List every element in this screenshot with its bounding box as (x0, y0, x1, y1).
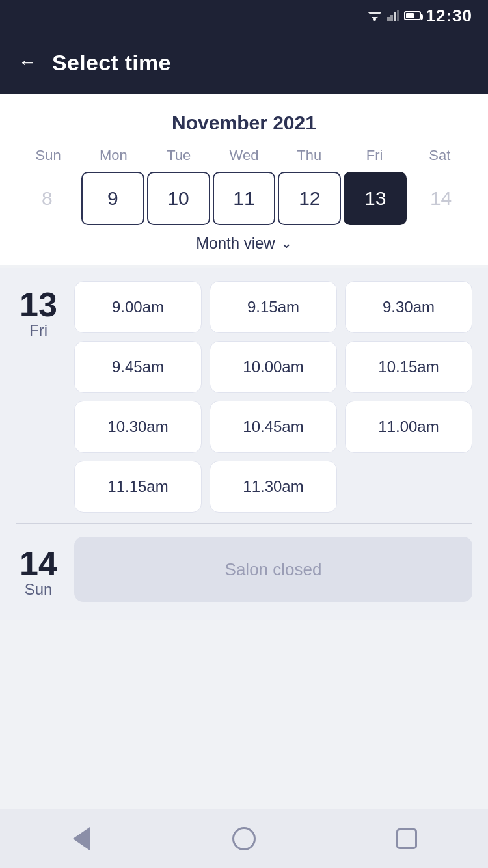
month-year: November 2021 (16, 112, 472, 134)
svg-rect-4 (387, 17, 390, 21)
slot-9-45am[interactable]: 9.45am (74, 341, 202, 393)
svg-rect-5 (390, 15, 393, 21)
slots-grid-13: 9.00am 9.15am 9.30am 9.45am 10.00am 10.1… (74, 281, 472, 513)
day-14-number: 14 (20, 547, 57, 580)
bottom-nav (0, 809, 488, 868)
slot-9-30am[interactable]: 9.30am (345, 281, 472, 333)
wifi-icon (368, 10, 382, 21)
svg-rect-6 (394, 12, 396, 21)
weekday-sat: Sat (407, 147, 472, 164)
month-view-toggle[interactable]: Month view ⌄ (16, 225, 472, 255)
day-14-block: 14 Sun Salon closed (16, 532, 472, 607)
weekday-mon: Mon (81, 147, 146, 164)
day-13-block: 13 Fri 9.00am 9.15am 9.30am 9.45am 10.00… (16, 281, 472, 513)
day-11[interactable]: 11 (213, 172, 276, 225)
slot-11-15am[interactable]: 11.15am (74, 461, 202, 513)
status-time: 12:30 (426, 6, 473, 26)
weekday-fri: Fri (342, 147, 407, 164)
nav-recents-button[interactable] (384, 816, 429, 861)
day-12[interactable]: 12 (278, 172, 341, 225)
slot-10-30am[interactable]: 10.30am (74, 401, 202, 453)
day-14[interactable]: 14 (409, 172, 472, 225)
section-divider (16, 523, 472, 524)
slot-10-00am[interactable]: 10.00am (210, 341, 337, 393)
svg-point-3 (373, 18, 376, 21)
month-view-label: Month view (196, 234, 275, 252)
page-title: Select time (52, 50, 171, 75)
status-icons: 12:30 (368, 6, 473, 26)
signal-icon (387, 10, 399, 21)
weekday-tue: Tue (146, 147, 211, 164)
chevron-down-icon: ⌄ (280, 235, 292, 252)
header: ← Select time (0, 31, 488, 94)
day-14-name: Sun (25, 580, 53, 599)
slot-11-30am[interactable]: 11.30am (210, 461, 337, 513)
nav-home-button[interactable] (221, 816, 267, 861)
nav-recents-icon (396, 828, 417, 849)
svg-rect-7 (397, 10, 399, 21)
days-row: 8 9 10 11 12 13 14 (16, 172, 472, 225)
slot-9-15am[interactable]: 9.15am (210, 281, 337, 333)
status-bar: 12:30 (0, 0, 488, 31)
slot-9-00am[interactable]: 9.00am (74, 281, 202, 333)
day-9[interactable]: 9 (81, 172, 144, 225)
back-button[interactable]: ← (18, 53, 36, 72)
nav-back-icon (73, 827, 90, 850)
slot-11-00am[interactable]: 11.00am (345, 401, 472, 453)
day-13[interactable]: 13 (344, 172, 407, 225)
day-10[interactable]: 10 (147, 172, 210, 225)
day-8[interactable]: 8 (16, 172, 79, 225)
slot-10-45am[interactable]: 10.45am (210, 401, 337, 453)
day-14-label: 14 Sun (16, 540, 61, 599)
day-13-label: 13 Fri (16, 281, 61, 513)
day-13-name: Fri (29, 321, 47, 340)
nav-home-icon (232, 827, 256, 850)
day-13-number: 13 (20, 288, 57, 321)
weekdays-row: Sun Mon Tue Wed Thu Fri Sat (16, 147, 472, 164)
weekday-thu: Thu (277, 147, 342, 164)
weekday-sun: Sun (16, 147, 81, 164)
calendar-section: November 2021 Sun Mon Tue Wed Thu Fri Sa… (0, 94, 488, 265)
battery-icon (404, 11, 421, 20)
nav-back-button[interactable] (59, 816, 104, 861)
salon-closed-notice: Salon closed (74, 537, 472, 602)
slot-10-15am[interactable]: 10.15am (345, 341, 472, 393)
slots-section: 13 Fri 9.00am 9.15am 9.30am 9.45am 10.00… (0, 268, 488, 620)
weekday-wed: Wed (211, 147, 277, 164)
